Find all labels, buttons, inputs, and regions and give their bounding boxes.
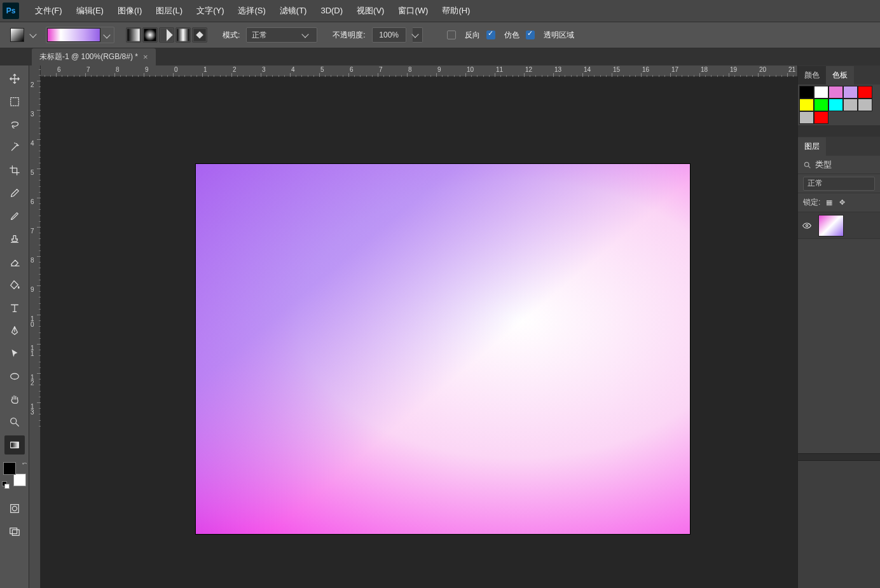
swatch[interactable] — [814, 111, 828, 124]
pen-tool[interactable] — [4, 321, 25, 340]
swatch[interactable] — [858, 99, 872, 111]
swap-colors-icon[interactable]: ⤺ — [22, 460, 27, 467]
canvas-area[interactable]: 2345678910111213 67890123456789101112131… — [29, 65, 797, 588]
menu-type[interactable]: 文字(Y) — [189, 0, 231, 22]
gradient-preview — [47, 28, 100, 42]
menu-filter[interactable]: 滤镜(T) — [273, 0, 314, 22]
dither-label: 仿色 — [504, 30, 519, 41]
layer-lock-row: 锁定: ▦ ✥ — [798, 193, 880, 212]
gradient-tool[interactable] — [4, 435, 25, 455]
horizontal-ruler[interactable]: 67890123456789101112131415161718192021 — [41, 65, 797, 77]
layer-row[interactable] — [798, 212, 880, 239]
swatch[interactable] — [828, 99, 843, 111]
tab-swatches[interactable]: 色板 — [826, 66, 854, 85]
color-swatches[interactable]: ⤺ — [3, 462, 26, 486]
brush-tool[interactable] — [4, 207, 25, 226]
menu-image[interactable]: 图像(I) — [111, 0, 149, 22]
close-icon[interactable]: × — [143, 52, 148, 62]
swatch[interactable] — [814, 86, 828, 99]
move-tool[interactable] — [4, 69, 25, 88]
transparency-checkbox[interactable] — [526, 31, 535, 39]
layer-thumbnail[interactable] — [818, 215, 844, 236]
swatch[interactable] — [843, 99, 858, 111]
shape-tool[interactable] — [4, 367, 25, 386]
zoom-tool[interactable] — [4, 413, 25, 432]
linear-gradient-icon[interactable] — [126, 27, 141, 43]
chevron-down-icon — [412, 31, 419, 38]
background-color-swatch[interactable] — [13, 474, 26, 486]
menu-window[interactable]: 窗口(W) — [391, 0, 435, 22]
angle-gradient-icon[interactable] — [159, 27, 174, 43]
search-icon — [803, 161, 811, 169]
swatch[interactable] — [799, 99, 814, 111]
layer-blend-select[interactable]: 正常 — [803, 177, 875, 191]
swatch[interactable] — [799, 111, 814, 124]
dither-checkbox[interactable] — [486, 31, 495, 39]
lasso-tool[interactable] — [4, 115, 25, 134]
menu-edit[interactable]: 编辑(E) — [69, 0, 111, 22]
hand-tool[interactable] — [4, 390, 25, 409]
tab-extra[interactable] — [826, 148, 880, 156]
menu-3d[interactable]: 3D(D) — [313, 0, 350, 22]
swatch[interactable] — [799, 86, 814, 99]
opacity-input[interactable]: 100% — [372, 27, 406, 43]
options-bar: 模式: 正常 不透明度: 100% 反向 仿色 透明区域 — [0, 22, 880, 48]
swatch[interactable] — [858, 86, 872, 99]
tool-preset-dropdown-icon[interactable] — [29, 31, 36, 38]
crop-tool[interactable] — [4, 161, 25, 180]
layer-filter-label[interactable]: 类型 — [815, 159, 832, 170]
reflected-gradient-icon[interactable] — [175, 27, 191, 43]
svg-rect-1 — [144, 29, 156, 41]
swatch[interactable] — [814, 99, 828, 111]
path-selection-tool[interactable] — [4, 344, 25, 363]
layer-blend-row: 正常 — [798, 174, 880, 193]
swatch[interactable] — [843, 86, 858, 99]
menu-bar: Ps 文件(F) 编辑(E) 图像(I) 图层(L) 文字(Y) 选择(S) 滤… — [0, 0, 880, 22]
menu-help[interactable]: 帮助(H) — [435, 0, 477, 22]
gradient-dropdown-icon[interactable] — [103, 31, 110, 38]
document-canvas[interactable] — [196, 164, 690, 534]
tab-layers[interactable]: 图层 — [798, 137, 826, 156]
lock-position-icon[interactable]: ✥ — [837, 198, 847, 208]
vertical-ruler[interactable]: 2345678910111213 — [29, 65, 41, 588]
opacity-stepper[interactable] — [413, 27, 423, 43]
menu-select[interactable]: 选择(S) — [231, 0, 272, 22]
radial-gradient-icon[interactable] — [142, 27, 158, 43]
screen-mode-tool[interactable] — [4, 522, 25, 541]
reverse-label: 反向 — [465, 30, 480, 41]
reverse-checkbox[interactable] — [447, 31, 456, 39]
swatch[interactable] — [828, 86, 843, 99]
document-tab[interactable]: 未标题-1 @ 100%(RGB/8#) * × — [32, 48, 156, 65]
layer-blend-value: 正常 — [808, 178, 823, 189]
menu-layer[interactable]: 图层(L) — [149, 0, 189, 22]
gradient-picker[interactable] — [46, 27, 114, 43]
foreground-color-swatch[interactable] — [3, 462, 16, 475]
quick-mask-tool[interactable] — [4, 499, 25, 518]
svg-rect-9 — [10, 442, 18, 448]
menu-view[interactable]: 视图(V) — [350, 0, 391, 22]
tab-color[interactable]: 颜色 — [798, 66, 826, 85]
type-tool[interactable] — [4, 298, 25, 317]
tools-panel: ⤺ — [0, 65, 29, 588]
tool-preset-swatch[interactable] — [10, 28, 24, 42]
paint-bucket-tool[interactable] — [4, 275, 25, 294]
eraser-tool[interactable] — [4, 252, 25, 271]
marquee-tool[interactable] — [4, 92, 25, 111]
diamond-gradient-icon[interactable] — [192, 27, 207, 43]
panel-separator[interactable] — [798, 453, 880, 461]
default-colors-icon[interactable] — [2, 481, 8, 487]
menu-file[interactable]: 文件(F) — [28, 0, 69, 22]
gradient-type-group — [127, 27, 207, 43]
stamp-tool[interactable] — [4, 229, 25, 249]
blend-mode-select[interactable]: 正常 — [246, 27, 317, 43]
layers-panel-tabs: 图层 — [798, 137, 880, 156]
svg-rect-12 — [10, 528, 17, 534]
lock-pixels-icon[interactable]: ▦ — [824, 198, 834, 208]
svg-rect-3 — [177, 29, 189, 41]
eyedropper-tool[interactable] — [4, 184, 25, 203]
blend-mode-value: 正常 — [252, 30, 267, 41]
visibility-toggle-icon[interactable] — [802, 221, 812, 231]
svg-point-11 — [12, 506, 17, 510]
svg-point-8 — [10, 418, 16, 424]
magic-wand-tool[interactable] — [4, 138, 25, 157]
